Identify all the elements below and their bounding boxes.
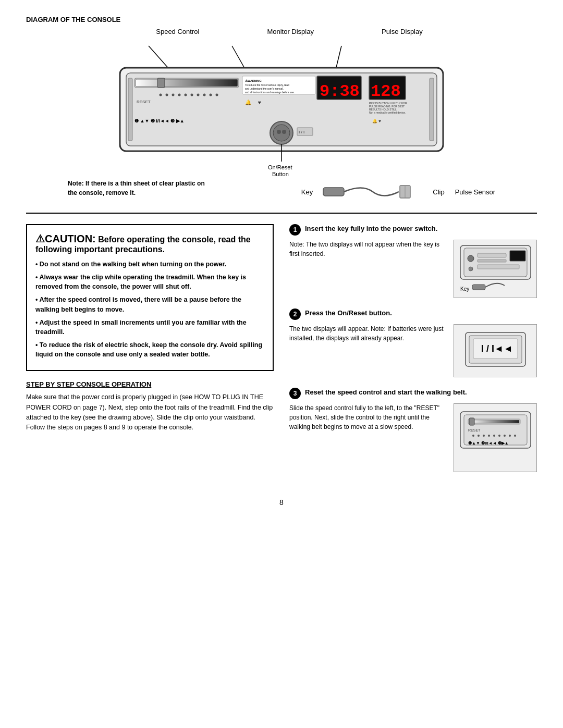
step-3-svg: RESET ❶▲▼ ❷I/I◄◄ ❸▶▲ [458, 406, 533, 469]
svg-point-52 [468, 255, 474, 262]
diagram-section: DIAGRAM OF THE CONSOLE Speed Control Mon… [26, 16, 537, 214]
clip-label: Clip [433, 188, 444, 196]
svg-rect-42 [128, 78, 132, 141]
step-1-svg: Key [458, 243, 533, 295]
svg-text:♥: ♥ [258, 100, 261, 105]
step-3-content: Slide the speed control fully to the lef… [289, 403, 537, 472]
svg-point-38 [277, 130, 281, 134]
step-3: 3 Reset the speed control and start the … [289, 388, 537, 472]
step-2-description: The two displays will appear. Note: If b… [289, 324, 448, 377]
svg-text:To reduce the risk of serious : To reduce the risk of serious injury, re… [245, 84, 289, 87]
monitor-display-label: Monitor Display [267, 28, 314, 35]
step-2: 2 Press the On/Reset button. The two dis… [289, 309, 537, 377]
svg-rect-6 [136, 79, 238, 87]
svg-text:128: 128 [371, 82, 401, 101]
speed-control-label: Speed Control [156, 28, 199, 35]
svg-text:Key: Key [460, 286, 469, 292]
svg-rect-47 [323, 188, 344, 196]
step-1-description: Note: The two displays will not appear w… [289, 240, 448, 298]
step-3-header: 3 Reset the speed control and start the … [289, 388, 537, 399]
key-clip-area: Key Clip Pulse Sensor [301, 181, 495, 202]
svg-rect-7 [157, 78, 165, 88]
svg-text:❶ ▲▼  ❷ I/I◄◄  ❸ ▶▲: ❶ ▲▼ ❷ I/I◄◄ ❸ ▶▲ [134, 118, 185, 124]
svg-text:🔔 ♥: 🔔 ♥ [372, 118, 381, 124]
step-by-step-title: STEP BY STEP CONSOLE OPERATION [26, 380, 274, 388]
diagram-title: DIAGRAM OF THE CONSOLE [26, 16, 537, 23]
svg-point-16 [210, 94, 212, 96]
svg-text:On/Reset: On/Reset [268, 164, 292, 170]
svg-point-71 [478, 435, 480, 437]
svg-text:Button: Button [272, 171, 289, 177]
caution-title: ⚠CAUTION: Before operating the console, … [35, 232, 264, 254]
step-1-title: Insert the key fully into the power swit… [305, 224, 437, 233]
console-svg-container: Speed Control Monitor Display Pulse Disp… [26, 28, 537, 202]
console-note: Note: If there is a thin sheet of clear … [68, 179, 214, 198]
caution-word: ⚠CAUTION: [35, 233, 96, 244]
svg-point-11 [178, 94, 181, 96]
svg-point-72 [483, 435, 485, 437]
svg-point-74 [493, 435, 495, 437]
svg-rect-59 [472, 285, 485, 290]
svg-rect-57 [478, 265, 519, 269]
svg-rect-54 [478, 253, 506, 257]
svg-point-70 [472, 435, 474, 437]
svg-point-77 [509, 435, 511, 437]
step-2-image: I / I◄◄ [454, 324, 537, 377]
step-1-number: 1 [289, 224, 301, 236]
step-3-title: Reset the speed control and start the wa… [305, 388, 467, 397]
step-3-description: Slide the speed control fully to the lef… [289, 403, 448, 472]
svg-text:and all instructions and warni: and all instructions and warnings before… [245, 91, 295, 94]
svg-text:🔔: 🔔 [245, 99, 252, 106]
svg-text:Not a medically certified devi: Not a medically certified device. [369, 111, 406, 114]
caution-item-2: Always wear the clip while operating the… [35, 273, 264, 291]
svg-rect-55 [478, 260, 506, 262]
caution-item-5: To reduce the risk of electric shock, ke… [35, 340, 264, 359]
svg-point-75 [498, 435, 500, 437]
svg-rect-56 [510, 251, 525, 261]
svg-point-12 [185, 94, 187, 96]
step-2-header: 2 Press the On/Reset button. [289, 309, 537, 320]
left-column: ⚠CAUTION: Before operating the console, … [26, 224, 274, 483]
step-by-step-body: Make sure that the power cord is properl… [26, 392, 274, 433]
caution-box: ⚠CAUTION: Before operating the console, … [26, 224, 274, 371]
step-1-header: 1 Insert the key fully into the power sw… [289, 224, 537, 236]
svg-point-15 [203, 94, 206, 96]
step-2-content: The two displays will appear. Note: If b… [289, 324, 537, 377]
pulse-sensor-label: Pulse Sensor [455, 188, 495, 196]
svg-text:❶▲▼ ❷I/I◄◄ ❸▶▲: ❶▲▼ ❷I/I◄◄ ❸▶▲ [468, 441, 509, 446]
svg-rect-67 [469, 420, 519, 423]
key-label: Key [301, 188, 313, 196]
svg-text:I / I: I / I [299, 130, 304, 134]
caution-item-1: Do not stand on the walking belt when tu… [35, 260, 264, 269]
svg-point-10 [172, 94, 175, 96]
step-1-content: Note: The two displays will not appear w… [289, 240, 537, 298]
step-3-number: 3 [289, 388, 301, 399]
svg-point-76 [504, 435, 506, 437]
svg-point-9 [166, 94, 168, 96]
svg-point-39 [282, 130, 286, 134]
svg-rect-43 [430, 78, 434, 141]
svg-point-13 [191, 94, 193, 96]
svg-point-17 [216, 94, 218, 96]
step-3-image: RESET ❶▲▼ ❷I/I◄◄ ❸▶▲ [454, 403, 537, 472]
svg-point-73 [488, 435, 490, 437]
right-column: 1 Insert the key fully into the power sw… [289, 224, 537, 483]
caution-item-3: After the speed control is moved, there … [35, 295, 264, 314]
svg-text:⚠WARNING:: ⚠WARNING: [245, 79, 263, 82]
step-1-image: Key [454, 240, 537, 298]
caution-item-4: Adjust the speed in small increments unt… [35, 318, 264, 337]
main-content: ⚠CAUTION: Before operating the console, … [26, 224, 537, 483]
console-diagram-svg: RESET ⚠WARNING: To reduce the risk of se… [57, 36, 506, 182]
diagram-labels-top: Speed Control Monitor Display Pulse Disp… [57, 28, 506, 35]
svg-point-78 [514, 435, 516, 437]
svg-text:I / I◄◄: I / I◄◄ [481, 343, 513, 354]
svg-rect-68 [469, 418, 474, 425]
step-2-title: Press the On/Reset button. [305, 309, 392, 318]
step-by-step-section: STEP BY STEP CONSOLE OPERATION Make sure… [26, 380, 274, 433]
step-2-number: 2 [289, 309, 301, 320]
svg-text:9:38: 9:38 [320, 82, 360, 101]
key-svg [321, 181, 425, 202]
pulse-display-label: Pulse Display [382, 28, 423, 35]
svg-text:RESET: RESET [468, 428, 481, 432]
svg-text:and understand the user's manu: and understand the user's manual, [245, 88, 284, 90]
